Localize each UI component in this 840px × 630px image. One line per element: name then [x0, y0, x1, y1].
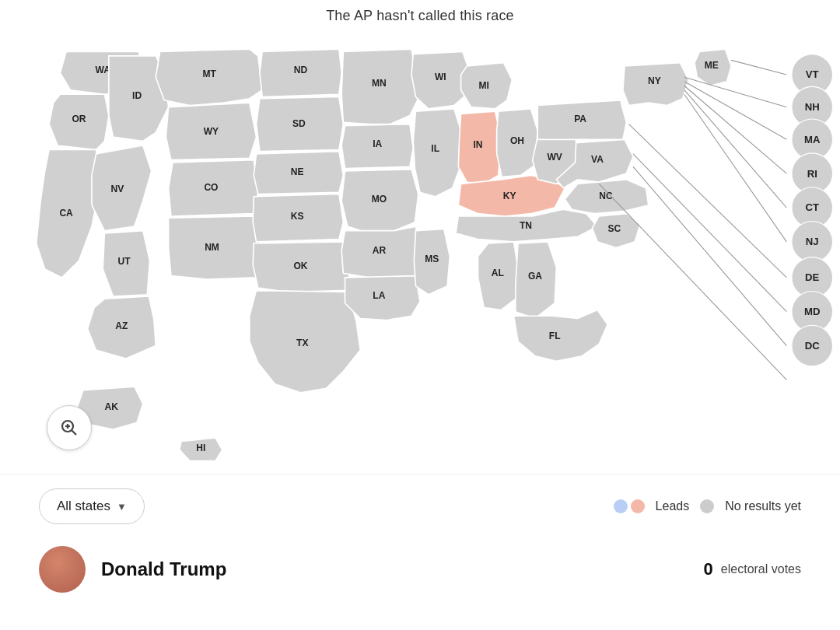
no-results-circle	[700, 499, 714, 513]
state-nv[interactable]	[92, 145, 152, 231]
state-ne[interactable]	[254, 152, 343, 194]
state-wy[interactable]	[166, 103, 256, 159]
state-sd[interactable]	[257, 97, 344, 152]
state-label-ri: RI	[807, 168, 817, 180]
state-fl[interactable]	[514, 310, 608, 362]
state-nd[interactable]	[260, 49, 341, 96]
state-label-ma: MA	[804, 134, 821, 145]
connector-dc	[599, 184, 786, 380]
state-il[interactable]	[413, 109, 460, 197]
state-ga[interactable]	[516, 242, 557, 319]
state-me[interactable]	[695, 49, 731, 86]
state-label-dc: DC	[805, 340, 820, 352]
state-mi[interactable]	[461, 63, 513, 109]
state-ms[interactable]	[414, 229, 450, 294]
state-ok[interactable]	[253, 242, 350, 292]
state-oh[interactable]	[497, 109, 538, 177]
connector-me	[731, 60, 786, 75]
state-label-nj: NJ	[806, 236, 819, 247]
state-label-nh: NH	[805, 101, 820, 113]
legend-items: Leads No results yet	[614, 499, 801, 513]
chevron-down-icon: ▼	[117, 501, 127, 513]
state-mn[interactable]	[341, 49, 418, 124]
map-container: WA OR CA ID NV MT WY UT AZ CO NM ND	[0, 30, 840, 474]
state-label-vt: VT	[806, 69, 819, 81]
leads-circles	[614, 499, 645, 513]
connector-de	[633, 154, 786, 312]
connector-nj	[629, 124, 787, 278]
state-co[interactable]	[169, 160, 258, 216]
dem-leads-circle	[614, 499, 628, 513]
state-al[interactable]	[478, 242, 519, 310]
state-label-de: DE	[805, 271, 819, 283]
connector-vt	[684, 77, 787, 107]
all-states-dropdown[interactable]: All states ▼	[39, 488, 145, 524]
state-nc[interactable]	[565, 180, 648, 214]
state-mo[interactable]	[341, 170, 418, 233]
state-la[interactable]	[345, 276, 420, 320]
state-ut[interactable]	[103, 231, 149, 296]
state-nm[interactable]	[169, 216, 260, 279]
connector-nh	[684, 82, 787, 140]
state-ks[interactable]	[253, 194, 343, 241]
state-mt[interactable]	[156, 49, 262, 105]
electoral-votes-count: 0	[704, 559, 713, 579]
zoom-button[interactable]	[47, 405, 92, 450]
all-states-label: All states	[57, 499, 110, 514]
svg-line-1	[72, 430, 76, 435]
electoral-votes-label: electoral votes	[721, 562, 801, 576]
state-ny[interactable]	[623, 63, 688, 106]
legend-bar: All states ▼ Leads No results yet	[0, 474, 840, 538]
electoral-info: 0 electoral votes	[704, 559, 801, 579]
connector-ct	[684, 94, 787, 242]
no-results-label: No results yet	[725, 499, 801, 513]
candidate-name: Donald Trump	[101, 558, 226, 580]
state-tx[interactable]	[250, 290, 361, 393]
connector-ri	[684, 90, 787, 208]
state-ar[interactable]	[341, 226, 420, 278]
state-or[interactable]	[49, 94, 109, 149]
leads-label: Leads	[656, 499, 690, 513]
state-ca[interactable]	[37, 149, 100, 277]
header-notice: The AP hasn't called this race	[0, 0, 840, 30]
state-in[interactable]	[458, 111, 501, 184]
connector-ma	[684, 86, 787, 173]
state-label-ct: CT	[805, 202, 819, 214]
candidate-avatar	[39, 546, 86, 593]
candidate-row: Donald Trump 0 electoral votes	[0, 538, 840, 600]
state-hi[interactable]	[180, 438, 222, 461]
state-ia[interactable]	[341, 124, 413, 169]
state-label-md: MD	[804, 306, 820, 317]
state-az[interactable]	[88, 296, 156, 359]
rep-leads-circle	[631, 499, 645, 513]
connector-md	[633, 166, 786, 345]
state-pa[interactable]	[537, 100, 626, 139]
